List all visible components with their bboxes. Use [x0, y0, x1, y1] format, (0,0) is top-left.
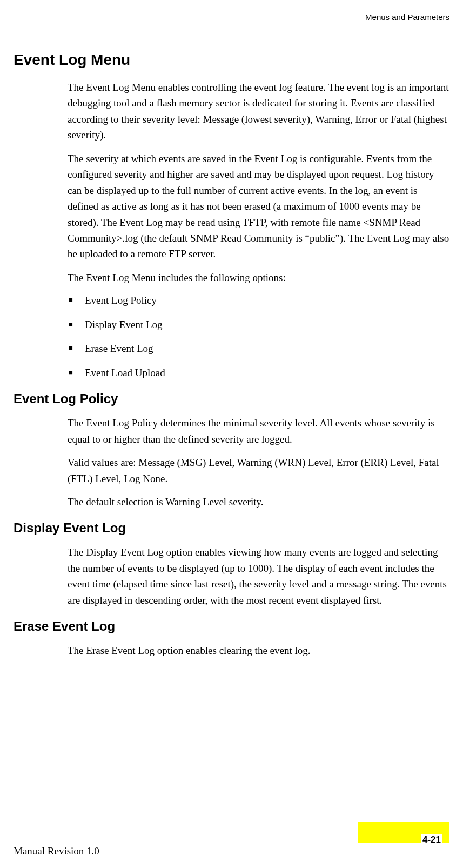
page-number: 4-21 [421, 834, 442, 845]
intro-paragraph-3: The Event Log Menu includes the followin… [68, 270, 449, 285]
footer-highlight-box: 4-21 [358, 822, 449, 843]
intro-paragraph-1: The Event Log Menu enables controlling t… [68, 79, 449, 143]
list-item: Erase Event Log [68, 341, 449, 357]
display-paragraph-1: The Display Event Log option enables vie… [68, 544, 449, 608]
erase-paragraph-1: The Erase Event Log option enables clear… [68, 643, 449, 658]
heading-event-log-menu: Event Log Menu [14, 51, 449, 69]
list-item: Event Load Upload [68, 365, 449, 381]
options-list: Event Log Policy Display Event Log Erase… [68, 293, 449, 380]
header-rule [14, 11, 449, 11]
list-item: Display Event Log [68, 317, 449, 333]
policy-paragraph-2: Valid values are: Message (MSG) Level, W… [68, 455, 449, 486]
heading-display-event-log: Display Event Log [14, 520, 449, 536]
page-footer: 4-21 Manual Revision 1.0 [14, 822, 449, 857]
heading-event-log-policy: Event Log Policy [14, 391, 449, 406]
header-section-title: Menus and Parameters [14, 12, 449, 22]
intro-paragraph-2: The severity at which events are saved i… [68, 151, 449, 262]
footer-revision: Manual Revision 1.0 [14, 843, 99, 857]
heading-erase-event-log: Erase Event Log [14, 619, 449, 634]
policy-paragraph-3: The default selection is Warning Level s… [68, 494, 449, 510]
policy-paragraph-1: The Event Log Policy determines the mini… [68, 415, 449, 447]
list-item: Event Log Policy [68, 293, 449, 309]
